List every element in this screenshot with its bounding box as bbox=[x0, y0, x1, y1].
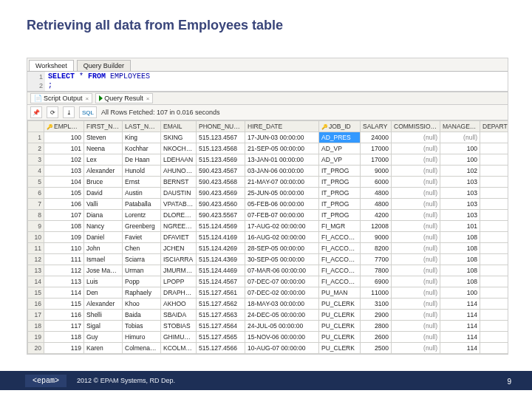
col-header[interactable]: 🔑JOB_ID bbox=[319, 121, 361, 132]
table-row[interactable]: 11110JohnChenJCHEN515.124.426928-SEP-05 … bbox=[28, 243, 508, 254]
cell[interactable]: SBAIDA bbox=[161, 310, 197, 321]
cell[interactable]: 515.127.4561 bbox=[197, 287, 245, 299]
table-row[interactable]: 13112Jose ManuelUrmanJMURMAN515.124.4469… bbox=[28, 265, 508, 276]
sql-editor[interactable]: 12 SELECT * FROM EMPLOYEES ; bbox=[27, 72, 508, 92]
cell[interactable]: 11000 bbox=[361, 287, 392, 299]
cell[interactable]: 103 bbox=[44, 166, 84, 177]
cell[interactable]: PU_CLERK bbox=[319, 310, 361, 321]
cell[interactable]: 103 bbox=[440, 199, 480, 210]
cell[interactable]: 105 bbox=[44, 188, 84, 199]
cell[interactable]: 114 bbox=[440, 343, 480, 354]
cell[interactable]: 515.127.4564 bbox=[197, 321, 245, 332]
cell[interactable]: 113 bbox=[44, 276, 84, 287]
cell[interactable]: Raphaely bbox=[123, 287, 161, 299]
cell[interactable]: 60 bbox=[480, 166, 508, 177]
row-number[interactable]: 14 bbox=[28, 276, 44, 287]
row-number[interactable]: 7 bbox=[28, 199, 44, 210]
row-number[interactable]: 8 bbox=[28, 210, 44, 221]
cell[interactable]: 07-MAR-06 00:00:00 bbox=[245, 265, 319, 276]
cell[interactable]: 109 bbox=[44, 232, 84, 243]
row-number[interactable]: 1 bbox=[28, 132, 44, 143]
cell[interactable]: 2800 bbox=[361, 321, 392, 332]
cell[interactable]: Hunold bbox=[123, 166, 161, 177]
col-header[interactable]: LAST_NAME bbox=[123, 121, 161, 132]
row-number[interactable]: 20 bbox=[28, 343, 44, 354]
cell[interactable]: 05-FEB-06 00:00:00 bbox=[245, 199, 319, 210]
cell[interactable]: PU_CLERK bbox=[319, 299, 361, 310]
cell[interactable]: Colmenares bbox=[123, 343, 161, 354]
cell[interactable]: (null) bbox=[392, 132, 440, 143]
cell[interactable]: John bbox=[84, 243, 123, 254]
cell[interactable]: FI_ACCOUNT bbox=[319, 232, 361, 243]
row-number[interactable]: 12 bbox=[28, 254, 44, 265]
cell[interactable]: NGREENBE bbox=[161, 221, 197, 232]
close-icon[interactable]: × bbox=[146, 95, 150, 102]
cell[interactable]: IT_PROG bbox=[319, 177, 361, 188]
cell[interactable]: Lex bbox=[84, 154, 123, 166]
cell[interactable]: 100 bbox=[480, 254, 508, 265]
col-header[interactable]: FIRST_NAME bbox=[84, 121, 123, 132]
cell[interactable]: 07-DEC-02 00:00:00 bbox=[245, 287, 319, 299]
cell[interactable]: 16-AUG-02 00:00:00 bbox=[245, 232, 319, 243]
cell[interactable]: 9000 bbox=[361, 166, 392, 177]
cell[interactable]: Karen bbox=[84, 343, 123, 354]
table-row[interactable]: 8107DianaLorentzDLORENTZ590.423.556707-F… bbox=[28, 210, 508, 221]
cell[interactable]: 17000 bbox=[361, 143, 392, 154]
cell[interactable]: 102 bbox=[44, 154, 84, 166]
cell[interactable]: SKING bbox=[161, 132, 197, 143]
export-icon[interactable]: ⤓ bbox=[63, 106, 75, 118]
cell[interactable]: LDEHAAN bbox=[161, 154, 197, 166]
table-row[interactable]: 20119KarenColmenaresKCOLMENA515.127.4566… bbox=[28, 343, 508, 354]
cell[interactable]: LPOPP bbox=[161, 276, 197, 287]
cell[interactable]: 590.423.4569 bbox=[197, 188, 245, 199]
cell[interactable]: 100 bbox=[480, 221, 508, 232]
tab-query-builder[interactable]: Query Builder bbox=[77, 60, 131, 71]
cell[interactable]: Lorentz bbox=[123, 210, 161, 221]
cell[interactable]: 515.124.4169 bbox=[197, 232, 245, 243]
cell[interactable]: Faviet bbox=[123, 232, 161, 243]
cell[interactable]: FI_MGR bbox=[319, 221, 361, 232]
cell[interactable]: Daniel bbox=[84, 232, 123, 243]
cell[interactable]: (null) bbox=[392, 188, 440, 199]
cell[interactable]: 515.123.4568 bbox=[197, 143, 245, 154]
col-header[interactable]: EMAIL bbox=[161, 121, 197, 132]
cell[interactable]: IT_PROG bbox=[319, 199, 361, 210]
cell[interactable]: Alexander bbox=[84, 166, 123, 177]
row-number[interactable]: 16 bbox=[28, 299, 44, 310]
cell[interactable]: Jose Manuel bbox=[84, 265, 123, 276]
cell[interactable]: 103 bbox=[440, 188, 480, 199]
cell[interactable]: 25-JUN-05 00:00:00 bbox=[245, 188, 319, 199]
row-number[interactable]: 13 bbox=[28, 265, 44, 276]
cell[interactable]: 18-MAY-03 00:00:00 bbox=[245, 299, 319, 310]
row-number[interactable]: 15 bbox=[28, 287, 44, 299]
cell[interactable]: 7800 bbox=[361, 265, 392, 276]
cell[interactable]: FI_ACCOUNT bbox=[319, 276, 361, 287]
cell[interactable]: (null) bbox=[392, 332, 440, 343]
cell[interactable]: (null) bbox=[392, 166, 440, 177]
cell[interactable]: (null) bbox=[392, 177, 440, 188]
cell[interactable]: 103 bbox=[440, 177, 480, 188]
cell[interactable]: 30 bbox=[480, 299, 508, 310]
cell[interactable]: VPATABAL bbox=[161, 199, 197, 210]
col-header[interactable]: DEPARTMENT_ID bbox=[480, 121, 508, 132]
cell[interactable]: 6900 bbox=[361, 276, 392, 287]
cell[interactable]: PU_CLERK bbox=[319, 343, 361, 354]
cell[interactable]: FI_ACCOUNT bbox=[319, 243, 361, 254]
table-row[interactable]: 5104BruceErnstBERNST590.423.456821-MAY-0… bbox=[28, 177, 508, 188]
cell[interactable]: 111 bbox=[44, 254, 84, 265]
cell[interactable]: Greenberg bbox=[123, 221, 161, 232]
cell[interactable]: (null) bbox=[392, 265, 440, 276]
cell[interactable]: 100 bbox=[480, 276, 508, 287]
row-number[interactable]: 4 bbox=[28, 166, 44, 177]
cell[interactable]: King bbox=[123, 132, 161, 143]
tab-script-output[interactable]: 📄 Script Output× bbox=[30, 93, 92, 103]
cell[interactable]: 107 bbox=[44, 210, 84, 221]
cell[interactable]: 4200 bbox=[361, 210, 392, 221]
table-row[interactable]: 15114DenRaphaelyDRAPHEAL515.127.456107-D… bbox=[28, 287, 508, 299]
cell[interactable]: 4800 bbox=[361, 188, 392, 199]
cell[interactable]: 2600 bbox=[361, 332, 392, 343]
cell[interactable]: Shelli bbox=[84, 310, 123, 321]
cell[interactable]: (null) bbox=[392, 210, 440, 221]
cell[interactable]: 590.423.4568 bbox=[197, 177, 245, 188]
cell[interactable]: 30-SEP-05 00:00:00 bbox=[245, 254, 319, 265]
